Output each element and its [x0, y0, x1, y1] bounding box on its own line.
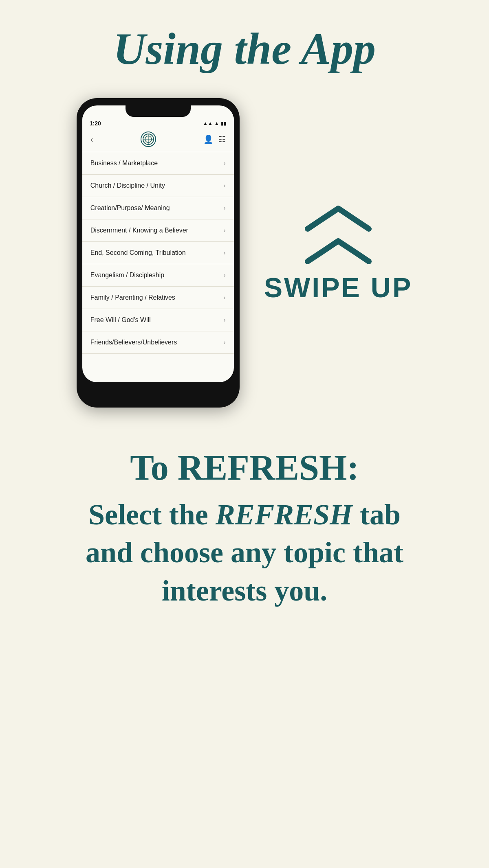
swipe-up-section: SWIPE UP: [264, 202, 413, 303]
chevron-icon: ›: [223, 182, 225, 189]
phone-screen: 1:20 ▲▲ ▲ ▮▮ ‹: [82, 105, 234, 382]
user-icon[interactable]: 👤: [203, 134, 214, 144]
back-button[interactable]: ‹: [90, 134, 93, 145]
chevron-up-icon-2: [302, 235, 375, 267]
list-item[interactable]: Free Will / God's Will ›: [82, 309, 234, 331]
wifi-icon: ▲: [214, 121, 219, 127]
chevron-icon: ›: [223, 294, 225, 301]
list-item-label: Evangelism / Discipleship: [90, 272, 164, 279]
list-item-label: Family / Parenting / Relatives: [90, 294, 175, 301]
list-item-label: Business / Marketplace: [90, 160, 158, 167]
chevron-icon: ›: [223, 227, 225, 234]
swipe-up-label: SWIPE UP: [264, 272, 413, 303]
swipe-up-chevrons: [302, 202, 375, 267]
signal-icon: ▲▲: [203, 121, 213, 127]
bottom-section: To REFRESH: Select the REFRESH tab and c…: [61, 448, 428, 610]
phone-status-icons: ▲▲ ▲ ▮▮: [203, 121, 227, 127]
phone-status-bar: 1:20 ▲▲ ▲ ▮▮: [82, 117, 234, 128]
page-title: Using the App: [113, 24, 376, 74]
chevron-icon: ›: [223, 160, 225, 167]
list-item-label: Creation/Purpose/ Meaning: [90, 204, 170, 212]
list-item[interactable]: Family / Parenting / Relatives ›: [82, 287, 234, 309]
chevron-icon: ›: [223, 249, 225, 256]
menu-icon[interactable]: ☷: [218, 134, 226, 144]
refresh-body-part1: Select the: [88, 498, 216, 531]
list-item[interactable]: Creation/Purpose/ Meaning ›: [82, 197, 234, 219]
chevron-up-icon-1: [302, 202, 375, 235]
refresh-body-italic: REFRESH: [216, 498, 352, 531]
chevron-icon: ›: [223, 272, 225, 279]
list-item[interactable]: Friends/Believers/Unbelievers ›: [82, 331, 234, 354]
phone-mockup: 1:20 ▲▲ ▲ ▮▮ ‹: [77, 98, 240, 408]
phone-list: Business / Marketplace › Church / Discip…: [82, 152, 234, 354]
list-item-label: Friends/Believers/Unbelievers: [90, 339, 177, 346]
list-item[interactable]: Discernment / Knowing a Believer ›: [82, 219, 234, 242]
refresh-title: To REFRESH:: [61, 448, 428, 488]
phone-nav-bar: ‹ 👤 ☷: [82, 128, 234, 152]
phone-notch: [126, 105, 191, 117]
phone-time: 1:20: [90, 120, 101, 127]
refresh-body: Select the REFRESH tab and choose any to…: [61, 496, 428, 610]
list-item[interactable]: Business / Marketplace ›: [82, 152, 234, 175]
list-item-label: End, Second Coming, Tribulation: [90, 249, 186, 256]
app-logo: [141, 132, 156, 147]
battery-icon: ▮▮: [221, 121, 227, 127]
chevron-icon: ›: [223, 339, 225, 346]
chevron-icon: ›: [223, 204, 225, 212]
list-item-label: Free Will / God's Will: [90, 316, 151, 324]
list-item-label: Discernment / Knowing a Believer: [90, 227, 188, 234]
chevron-icon: ›: [223, 316, 225, 324]
list-item[interactable]: Church / Discipline / Unity ›: [82, 175, 234, 197]
list-item-label: Church / Discipline / Unity: [90, 182, 165, 189]
list-item[interactable]: End, Second Coming, Tribulation ›: [82, 242, 234, 264]
phone-nav-icons: 👤 ☷: [203, 134, 226, 144]
list-item[interactable]: Evangelism / Discipleship ›: [82, 264, 234, 287]
middle-section: 1:20 ▲▲ ▲ ▮▮ ‹: [16, 98, 473, 408]
